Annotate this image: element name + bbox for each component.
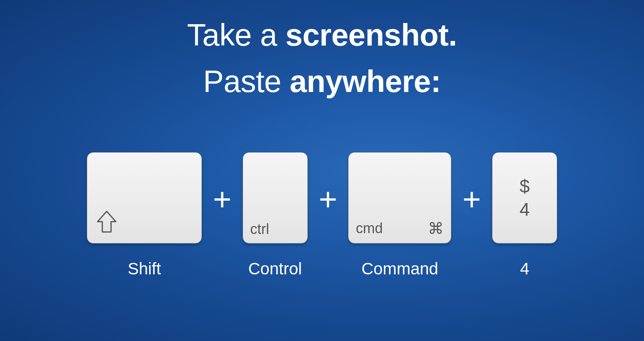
- shift-arrow-icon: [96, 210, 117, 235]
- key-four-bottom: 4: [519, 200, 530, 218]
- heading-line2-prefix: Paste: [203, 64, 289, 99]
- plus-separator: +: [308, 184, 349, 215]
- key-caption-four: 4: [520, 259, 529, 278]
- key-four-top: $: [519, 177, 530, 195]
- key-caption-shift: Shift: [128, 259, 161, 278]
- command-symbol-icon: ⌘: [428, 219, 444, 238]
- heading-line2-bold: anywhere:: [289, 64, 441, 99]
- plus-separator: +: [202, 184, 243, 215]
- key-caption-control: Control: [248, 259, 302, 278]
- key-group-shift: Shift: [87, 152, 202, 278]
- key-control-label: ctrl: [250, 221, 269, 238]
- key-shift: [87, 152, 202, 243]
- key-control: ctrl: [243, 152, 308, 243]
- heading-line1-bold: screenshot.: [286, 17, 457, 52]
- key-four: $ 4: [492, 152, 557, 243]
- keyboard-shortcut-row: Shift + ctrl Control + cmd ⌘ Command + $…: [0, 152, 644, 278]
- key-caption-command: Command: [361, 259, 438, 278]
- key-group-control: ctrl Control: [243, 152, 308, 278]
- key-group-four: $ 4 4: [492, 152, 557, 278]
- heading-text: Take a screenshot. Paste anywhere:: [0, 12, 644, 105]
- key-group-command: cmd ⌘ Command: [348, 152, 451, 278]
- heading: Take a screenshot. Paste anywhere:: [0, 0, 644, 105]
- key-command-label: cmd: [356, 220, 383, 237]
- key-command: cmd ⌘: [348, 152, 451, 243]
- plus-separator: +: [451, 184, 492, 215]
- heading-line1-prefix: Take a: [187, 17, 286, 52]
